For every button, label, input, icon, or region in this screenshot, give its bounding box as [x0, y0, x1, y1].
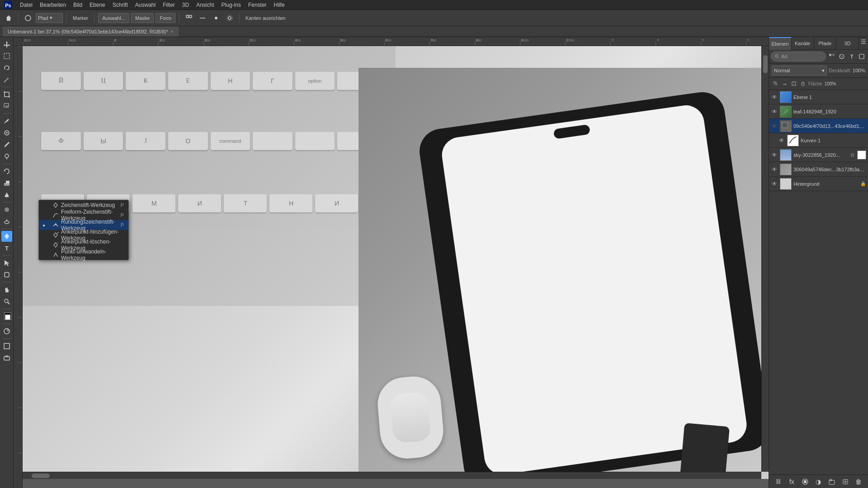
panel-options-icon[interactable]: ☰ [859, 37, 868, 46]
quick-mask-tool[interactable] [1, 326, 12, 337]
fill-value[interactable]: 100% [825, 81, 836, 86]
path-selection-tool[interactable] [1, 258, 12, 268]
link-layers-button[interactable]: ⛓ [774, 477, 783, 487]
magic-wand-tool[interactable] [1, 74, 12, 85]
crop-tool[interactable] [1, 89, 12, 100]
new-group-button[interactable] [827, 477, 837, 487]
history-brush-tool[interactable] [1, 166, 12, 177]
clone-stamp-tool[interactable] [1, 151, 12, 162]
paint-bucket-tool[interactable] [1, 189, 12, 200]
scroll-bottom[interactable] [23, 472, 761, 479]
panel-tab-paths[interactable]: Pfade [814, 37, 837, 50]
align-icon[interactable] [197, 12, 208, 24]
layer-visibility-sky[interactable]: 👁 [771, 151, 778, 159]
dodge-tool[interactable] [1, 216, 12, 227]
blend-mode-select[interactable]: Normal ▾ [772, 66, 827, 75]
lasso-tool[interactable] [1, 62, 12, 73]
document-tab[interactable]: Unbenannt-1 bei 37,1% (09c540e4f70d13ebb… [3, 27, 179, 37]
lock-artboard-icon[interactable] [790, 80, 798, 88]
auswahl-button[interactable]: Auswahl... [98, 13, 129, 23]
add-mask-button[interactable] [800, 477, 810, 487]
grid-icon[interactable] [210, 12, 222, 24]
delete-layer-button[interactable]: 🗑 [854, 477, 863, 487]
filter-type-icon[interactable]: T [847, 52, 856, 61]
lock-all-icon[interactable] [799, 80, 807, 88]
tab-close-button[interactable]: × [171, 29, 174, 34]
canvas-area[interactable]: 0 -200 -100 0 100 200 300 400 500 [14, 37, 769, 488]
menu-auswahl[interactable]: Auswahl [132, 0, 159, 10]
menu-ebene[interactable]: Ebene [86, 0, 109, 10]
eyedropper-tool[interactable] [1, 116, 12, 127]
brush-tool[interactable] [1, 139, 12, 150]
pen-tool[interactable] [1, 231, 12, 242]
menu-datei[interactable]: Datei [16, 0, 36, 10]
layer-item-kurven[interactable]: 👁 Kurven 1 [769, 133, 868, 148]
marquee-tool[interactable] [1, 51, 12, 61]
extra-tool-1[interactable] [1, 352, 12, 363]
form-button[interactable]: Form [156, 13, 175, 23]
menu-3d[interactable]: 3D [179, 0, 193, 10]
menu-schrift[interactable]: Schrift [109, 0, 132, 10]
type-tool[interactable]: T [1, 243, 12, 253]
menu-hilfe[interactable]: Hilfe [270, 0, 288, 10]
hand-tool[interactable] [1, 284, 12, 295]
screen-mode-tool[interactable] [1, 341, 12, 352]
menu-ansicht[interactable]: Ansicht [193, 0, 217, 10]
opacity-value[interactable]: 100% [853, 68, 865, 73]
layer-visibility-hintergrund[interactable]: 👁 [771, 180, 778, 188]
foreground-color[interactable] [1, 311, 12, 322]
shape-tool[interactable] [1, 269, 12, 280]
menu-pen-tool-label: Zeichenstift-Werkzeug [61, 202, 121, 208]
layer-visibility-kurven[interactable]: 👁 [778, 137, 785, 144]
path-select[interactable]: Pfad ▾ [36, 13, 63, 23]
menu-fenster[interactable]: Fenster [245, 0, 270, 10]
maske-button[interactable]: Maske [131, 13, 154, 23]
add-layer-style-button[interactable]: fx [787, 477, 797, 487]
panel-tab-3d[interactable]: 3D [836, 37, 859, 50]
lock-transparent-icon[interactable] [772, 80, 780, 88]
menu-plugins[interactable]: Plug-ins [218, 0, 245, 10]
blur-tool[interactable] [1, 204, 12, 215]
healing-brush-tool[interactable] [1, 127, 12, 138]
filter-pixel-icon[interactable] [827, 52, 836, 61]
filter-shape-icon[interactable] [857, 52, 866, 61]
canvas-content[interactable]: Й Ц К Е Н Г option Ф Ы [23, 46, 769, 479]
settings-icon[interactable] [224, 12, 236, 24]
layer-item-leaf[interactable]: 👁 leaf-1482948_1920 [769, 104, 868, 119]
toolbar-round-select[interactable] [22, 12, 34, 24]
snap-icon[interactable] [183, 12, 195, 24]
slice-tool[interactable]: S [1, 101, 12, 112]
layer-visibility-leaf[interactable]: 👁 [771, 108, 778, 115]
zoom-tool[interactable] [1, 296, 12, 307]
layer-item-sky[interactable]: 👁 sky-3022856_1920... ⛓ [769, 148, 868, 162]
layer-visibility-group[interactable]: 👁 [771, 122, 778, 130]
layer-lock-hintergrund[interactable]: 🔒 [860, 181, 866, 187]
menu-bearbeiten[interactable]: Bearbeiten [36, 0, 70, 10]
menu-filter[interactable]: Filter [159, 0, 179, 10]
layer-visibility-306049[interactable]: 👁 [771, 166, 778, 173]
canvas-photo: Й Ц К Е Н Г option Ф Ы [23, 46, 769, 479]
layer-visibility-ebene1[interactable]: 👁 [771, 94, 778, 101]
filter-adjustment-icon[interactable] [837, 52, 846, 61]
add-adjustment-button[interactable]: ◑ [813, 477, 823, 487]
layer-item-ebene1[interactable]: 👁 Ebene 1 [769, 90, 868, 104]
panel-tab-channels[interactable]: Kanäle [792, 37, 814, 50]
home-button[interactable] [3, 12, 14, 24]
new-layer-button[interactable] [840, 477, 850, 487]
lock-image-icon[interactable] [781, 80, 789, 88]
layer-item-group[interactable]: 👁 09c540e4f70d13...43ce46bd18f3f2 [769, 119, 868, 133]
menu-bild[interactable]: Bild [70, 0, 86, 10]
scroll-right[interactable] [761, 46, 769, 472]
panel-tab-layers[interactable]: Ebenen [769, 37, 792, 50]
move-tool[interactable] [1, 39, 12, 50]
layer-chain-sky[interactable]: ⛓ [849, 152, 855, 158]
svg-line-53 [778, 57, 779, 59]
layer-item-hintergrund[interactable]: 👁 Hintergrund 🔒 [769, 177, 868, 191]
layers-search-box[interactable]: Art [771, 52, 826, 61]
tool-sep-1 [2, 87, 11, 87]
tool-sep-4 [2, 202, 11, 202]
layer-item-306049[interactable]: 👁 306049a5746dec...3b172fb3a6c08 [769, 162, 868, 177]
eraser-tool[interactable] [1, 178, 12, 188]
fill-facestr-row: Fläche: 100% [769, 78, 868, 90]
menu-convert-point-tool[interactable]: Punkt-umwandeln-Werkzeug [39, 250, 128, 260]
